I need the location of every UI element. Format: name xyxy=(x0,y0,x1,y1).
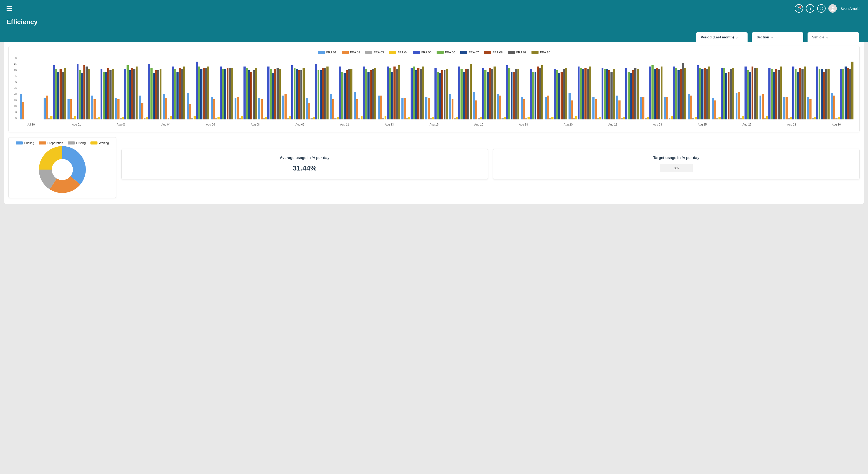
bar[interactable] xyxy=(153,73,155,120)
bar[interactable] xyxy=(127,65,129,120)
bar[interactable] xyxy=(549,118,551,120)
bar[interactable] xyxy=(825,69,828,120)
bar[interactable] xyxy=(732,68,734,120)
bar[interactable] xyxy=(792,67,795,120)
bar[interactable] xyxy=(279,69,281,120)
bar[interactable] xyxy=(575,116,578,120)
bar[interactable] xyxy=(179,68,181,120)
bar[interactable] xyxy=(146,117,148,120)
bar[interactable] xyxy=(189,104,191,120)
bar[interactable] xyxy=(293,68,296,120)
bar[interactable] xyxy=(771,69,773,120)
bar[interactable] xyxy=(439,73,441,120)
legend-item[interactable]: FRA 01 xyxy=(318,50,336,54)
bar[interactable] xyxy=(139,96,141,120)
bar[interactable] xyxy=(523,99,525,120)
bar[interactable] xyxy=(74,116,76,120)
bar[interactable] xyxy=(664,97,666,120)
bar[interactable] xyxy=(265,117,268,120)
bar[interactable] xyxy=(561,72,563,120)
bar[interactable] xyxy=(148,64,150,120)
bar[interactable] xyxy=(250,72,252,120)
bar[interactable] xyxy=(539,68,541,120)
bar[interactable] xyxy=(582,69,584,120)
bar[interactable] xyxy=(452,99,454,120)
bar[interactable] xyxy=(425,97,428,120)
bar[interactable] xyxy=(694,117,697,120)
bar[interactable] xyxy=(157,70,159,120)
bar[interactable] xyxy=(404,98,406,120)
bar[interactable] xyxy=(838,117,840,120)
bar[interactable] xyxy=(430,118,432,120)
bar[interactable] xyxy=(601,68,604,120)
bar[interactable] xyxy=(651,65,654,120)
bar[interactable] xyxy=(196,62,198,120)
bar[interactable] xyxy=(67,99,70,120)
bar[interactable] xyxy=(389,68,391,120)
bar[interactable] xyxy=(754,68,756,120)
bar[interactable] xyxy=(551,117,554,120)
bar[interactable] xyxy=(198,67,200,120)
bar[interactable] xyxy=(740,118,742,120)
bar[interactable] xyxy=(760,96,762,120)
bar[interactable] xyxy=(708,67,710,120)
bar[interactable] xyxy=(714,100,716,120)
bar[interactable] xyxy=(310,118,313,120)
legend-item[interactable]: Waiting xyxy=(90,141,109,145)
bar[interactable] xyxy=(704,68,706,120)
bar[interactable] xyxy=(270,69,272,120)
bar[interactable] xyxy=(420,69,422,120)
bar[interactable] xyxy=(716,118,718,120)
bar[interactable] xyxy=(253,70,255,120)
bar[interactable] xyxy=(434,68,437,120)
bar[interactable] xyxy=(680,69,682,120)
bar[interactable] xyxy=(547,96,549,120)
bar[interactable] xyxy=(844,67,847,120)
bar[interactable] xyxy=(227,68,229,120)
bar[interactable] xyxy=(93,99,96,120)
filter-section[interactable]: Section ⌄ xyxy=(752,32,803,42)
bar[interactable] xyxy=(177,72,179,120)
bar[interactable] xyxy=(497,94,499,120)
bar[interactable] xyxy=(831,93,833,120)
bar[interactable] xyxy=(513,72,515,120)
bar[interactable] xyxy=(521,97,523,120)
bar[interactable] xyxy=(673,67,675,120)
bar[interactable] xyxy=(487,72,489,120)
bar[interactable] xyxy=(444,70,446,120)
bar[interactable] xyxy=(747,70,749,120)
filter-vehicle[interactable]: Vehicle ⌄ xyxy=(808,32,859,42)
bar[interactable] xyxy=(313,117,315,120)
bar[interactable] xyxy=(367,72,370,120)
bar[interactable] xyxy=(642,97,645,120)
bar[interactable] xyxy=(241,116,244,120)
bar[interactable] xyxy=(361,116,363,120)
bar[interactable] xyxy=(851,62,854,120)
bar[interactable] xyxy=(712,98,714,120)
bar[interactable] xyxy=(678,70,680,120)
bar[interactable] xyxy=(277,68,279,120)
bar[interactable] xyxy=(563,69,565,120)
bar[interactable] xyxy=(43,98,46,120)
bar[interactable] xyxy=(736,93,738,120)
bar[interactable] xyxy=(473,92,475,120)
bar[interactable] xyxy=(220,67,222,120)
legend-item[interactable]: FRA 07 xyxy=(460,50,479,54)
bar[interactable] xyxy=(268,67,270,120)
bar[interactable] xyxy=(255,68,257,120)
bar[interactable] xyxy=(847,68,849,120)
bar[interactable] xyxy=(378,96,380,120)
bar[interactable] xyxy=(20,94,22,120)
bar[interactable] xyxy=(105,72,107,120)
bar[interactable] xyxy=(842,69,844,120)
bar[interactable] xyxy=(372,69,374,120)
bar[interactable] xyxy=(613,69,615,120)
bar[interactable] xyxy=(849,69,851,120)
bar[interactable] xyxy=(341,72,343,120)
legend-item[interactable]: FRA 05 xyxy=(413,50,431,54)
legend-item[interactable]: Preparation xyxy=(39,141,63,145)
legend-item[interactable]: FRA 06 xyxy=(437,50,455,54)
bar[interactable] xyxy=(788,118,790,120)
legend-item[interactable]: FRA 02 xyxy=(342,50,360,54)
bar[interactable] xyxy=(797,72,799,120)
